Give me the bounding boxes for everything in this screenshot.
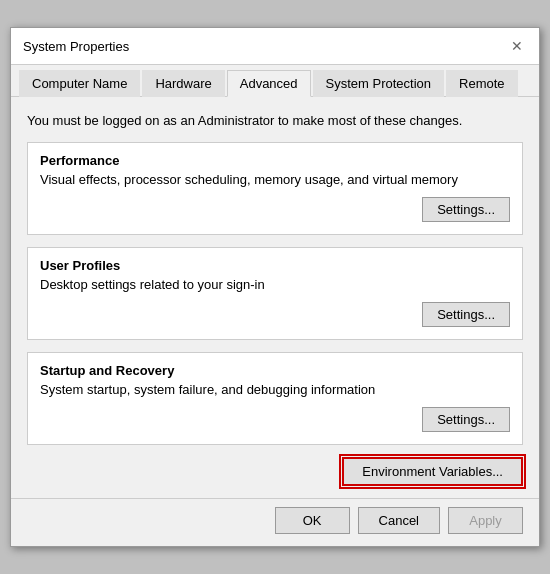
performance-settings-button[interactable]: Settings... [422, 197, 510, 222]
performance-settings-row: Settings... [40, 197, 510, 222]
dialog-footer: OK Cancel Apply [11, 498, 539, 546]
startup-recovery-title: Startup and Recovery [40, 363, 510, 378]
cancel-button[interactable]: Cancel [358, 507, 440, 534]
startup-recovery-settings-button[interactable]: Settings... [422, 407, 510, 432]
tab-hardware[interactable]: Hardware [142, 70, 224, 97]
system-properties-window: System Properties ✕ Computer Name Hardwa… [10, 27, 540, 547]
user-profiles-settings-button[interactable]: Settings... [422, 302, 510, 327]
title-bar: System Properties ✕ [11, 28, 539, 65]
env-vars-row: Environment Variables... [27, 457, 523, 486]
user-profiles-settings-row: Settings... [40, 302, 510, 327]
user-profiles-title: User Profiles [40, 258, 510, 273]
performance-desc: Visual effects, processor scheduling, me… [40, 172, 510, 187]
window-title: System Properties [23, 39, 129, 54]
user-profiles-desc: Desktop settings related to your sign-in [40, 277, 510, 292]
tab-advanced[interactable]: Advanced [227, 70, 311, 97]
performance-section: Performance Visual effects, processor sc… [27, 142, 523, 235]
tab-remote[interactable]: Remote [446, 70, 518, 97]
performance-title: Performance [40, 153, 510, 168]
tab-system-protection[interactable]: System Protection [313, 70, 445, 97]
apply-button[interactable]: Apply [448, 507, 523, 534]
tab-content: You must be logged on as an Administrato… [11, 97, 539, 498]
tabs-bar: Computer Name Hardware Advanced System P… [11, 65, 539, 97]
user-profiles-section: User Profiles Desktop settings related t… [27, 247, 523, 340]
startup-recovery-settings-row: Settings... [40, 407, 510, 432]
env-vars-button[interactable]: Environment Variables... [342, 457, 523, 486]
info-text: You must be logged on as an Administrato… [27, 113, 523, 128]
ok-button[interactable]: OK [275, 507, 350, 534]
startup-recovery-section: Startup and Recovery System startup, sys… [27, 352, 523, 445]
tab-computer-name[interactable]: Computer Name [19, 70, 140, 97]
startup-recovery-desc: System startup, system failure, and debu… [40, 382, 510, 397]
close-button[interactable]: ✕ [507, 36, 527, 56]
